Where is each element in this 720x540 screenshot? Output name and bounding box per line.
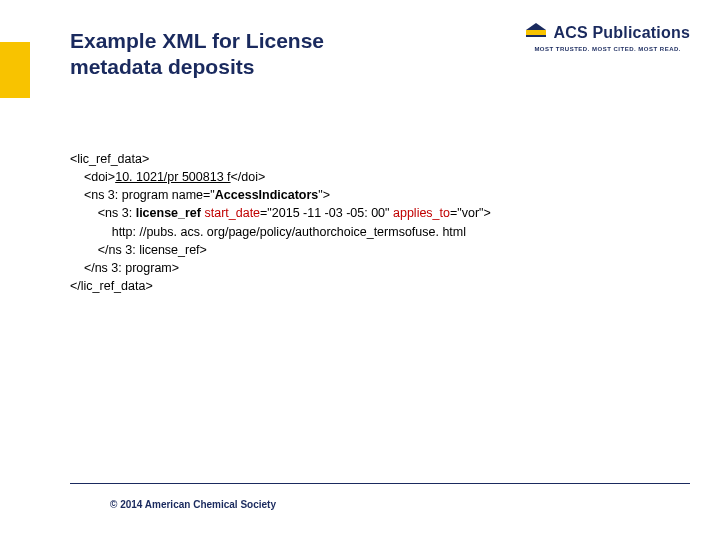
code-text: <doi> bbox=[70, 170, 115, 184]
accent-bar bbox=[0, 42, 30, 98]
title-line-1: Example XML for License bbox=[70, 29, 324, 52]
code-url: http: //pubs. acs. org/page/policy/autho… bbox=[70, 225, 466, 239]
xml-code-block: <lic_ref_data> <doi>10. 1021/pr 500813 f… bbox=[70, 150, 680, 295]
header: Example XML for License metadata deposit… bbox=[70, 28, 700, 81]
svg-rect-1 bbox=[526, 30, 546, 35]
code-line: <lic_ref_data> bbox=[70, 150, 680, 168]
code-text: <ns 3: bbox=[70, 206, 136, 220]
element-name-bold: license_ref bbox=[136, 206, 201, 220]
attr-name-bold: AccessIndicators bbox=[215, 188, 319, 202]
svg-rect-2 bbox=[526, 35, 546, 37]
doi-value: 10. 1021/pr 500813 f bbox=[115, 170, 230, 184]
copyright-text: © 2014 American Chemical Society bbox=[110, 499, 276, 510]
code-line: </ns 3: license_ref> bbox=[70, 241, 680, 259]
footer-divider bbox=[70, 483, 690, 484]
code-line: http: //pubs. acs. org/page/policy/autho… bbox=[70, 223, 680, 241]
code-text: ="2015 -11 -03 -05: 00" bbox=[260, 206, 393, 220]
code-line: </lic_ref_data> bbox=[70, 277, 680, 295]
code-line: <ns 3: license_ref start_date="2015 -11 … bbox=[70, 204, 680, 222]
code-text: </doi> bbox=[231, 170, 266, 184]
code-text: "> bbox=[318, 188, 330, 202]
title-line-2: metadata deposits bbox=[70, 55, 254, 78]
acs-logo-row: ACS Publications bbox=[525, 22, 690, 44]
code-line: <doi>10. 1021/pr 500813 f</doi> bbox=[70, 168, 680, 186]
attr-applies-to-key: applies_to bbox=[393, 206, 450, 220]
attr-start-date-key: start_date bbox=[204, 206, 260, 220]
acs-logo-icon bbox=[525, 22, 547, 44]
code-line: </ns 3: program> bbox=[70, 259, 680, 277]
page-title: Example XML for License metadata deposit… bbox=[70, 28, 324, 81]
acs-logo-text: ACS Publications bbox=[553, 24, 690, 42]
code-text: ="vor"> bbox=[450, 206, 491, 220]
acs-logo-tagline: MOST TRUSTED. MOST CITED. MOST READ. bbox=[534, 46, 681, 52]
code-text: </ns 3: license_ref> bbox=[70, 243, 207, 257]
code-text: <lic_ref_data> bbox=[70, 152, 149, 166]
code-text: </ns 3: program> bbox=[70, 261, 179, 275]
acs-logo-block: ACS Publications MOST TRUSTED. MOST CITE… bbox=[525, 22, 690, 52]
code-text: <ns 3: program name=" bbox=[70, 188, 215, 202]
code-line: <ns 3: program name="AccessIndicators"> bbox=[70, 186, 680, 204]
svg-marker-0 bbox=[526, 23, 546, 30]
code-text: </lic_ref_data> bbox=[70, 279, 153, 293]
